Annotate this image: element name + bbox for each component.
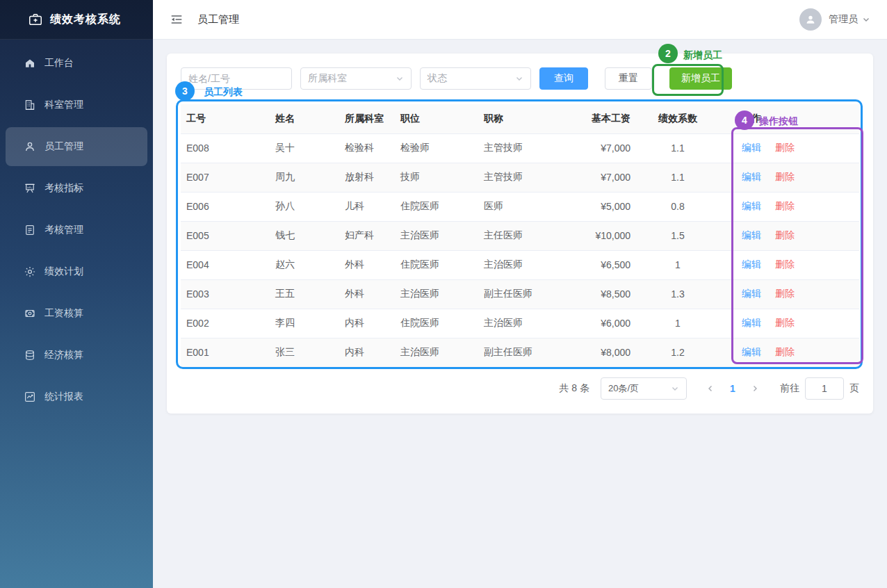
sidebar-fold-icon[interactable] — [170, 13, 184, 26]
column-header-employee-id: 工号 — [181, 104, 270, 133]
cell-employee-id: E004 — [181, 250, 270, 279]
sidebar-item-workbench[interactable]: 工作台 — [6, 44, 147, 83]
cell-coefficient: 0.8 — [636, 192, 719, 221]
cell-coefficient: 1.1 — [636, 163, 719, 192]
sidebar-item-kpi[interactable]: 考核指标 — [6, 169, 147, 208]
cell-coefficient: 1.2 — [636, 338, 719, 367]
sidebar-item-department[interactable]: 科室管理 — [6, 85, 147, 124]
sidebar-nav: 工作台 科室管理 员工管理 考核指标 考核管理 绩效计划 工资核算 经济核算 统… — [0, 40, 153, 416]
cell-base-salary: ¥8,000 — [584, 338, 636, 367]
table-row: E007 周九 放射科 技师 主管技师 ¥7,000 1.1 编辑 删除 — [181, 163, 859, 192]
cell-coefficient: 1 — [636, 309, 719, 338]
cell-employee-id: E006 — [181, 192, 270, 221]
sidebar-item-label: 统计报表 — [44, 391, 83, 403]
reset-button[interactable]: 重置 — [605, 67, 652, 90]
cell-position: 技师 — [395, 163, 478, 192]
cell-coefficient: 1.3 — [636, 279, 719, 309]
delete-link[interactable]: 删除 — [775, 346, 795, 357]
cell-name: 钱七 — [270, 221, 339, 250]
cell-department: 内科 — [339, 309, 395, 338]
chart-icon — [24, 391, 36, 403]
sidebar-item-label: 工资核算 — [44, 307, 83, 320]
cell-base-salary: ¥8,500 — [584, 279, 636, 309]
cell-name: 李四 — [270, 309, 339, 338]
employee-table: 工号 姓名 所属科室 职位 职称 基本工资 绩效系数 操作 E008 吴十 检验… — [181, 104, 859, 368]
keyword-input[interactable] — [188, 73, 284, 84]
sidebar-item-report[interactable]: 统计报表 — [6, 377, 147, 416]
goto-page-input[interactable] — [805, 377, 844, 400]
delete-link[interactable]: 删除 — [775, 259, 795, 270]
user-menu[interactable]: 管理员 — [799, 8, 870, 31]
app-title: 绩效考核系统 — [50, 13, 121, 27]
edit-link[interactable]: 编辑 — [742, 259, 761, 270]
cell-name: 赵六 — [270, 250, 339, 279]
cell-coefficient: 1.1 — [636, 133, 719, 163]
column-header-coefficient: 绩效系数 — [636, 104, 719, 133]
cell-title: 主管技师 — [478, 133, 584, 163]
employee-card: 所属科室 状态 查询 重置 新增员工 工号 姓名 所属科室 职位 职称 — [167, 54, 873, 414]
cell-base-salary: ¥7,000 — [584, 163, 636, 192]
cell-employee-id: E005 — [181, 221, 270, 250]
table-row: E004 赵六 外科 住院医师 主治医师 ¥6,500 1 编辑 删除 — [181, 250, 859, 279]
cell-department: 放射科 — [339, 163, 395, 192]
pagination-total: 共 8 条 — [559, 382, 589, 395]
cell-base-salary: ¥6,500 — [584, 250, 636, 279]
delete-link[interactable]: 删除 — [775, 142, 795, 153]
sidebar-item-label: 考核指标 — [44, 182, 83, 195]
document-icon — [24, 224, 36, 236]
edit-link[interactable]: 编辑 — [742, 288, 761, 299]
table-row: E008 吴十 检验科 检验师 主管技师 ¥7,000 1.1 编辑 删除 — [181, 133, 859, 163]
goto-label: 前往 — [780, 382, 799, 395]
table-row: E001 张三 内科 主治医师 副主任医师 ¥8,000 1.2 编辑 删除 — [181, 338, 859, 367]
database-icon — [24, 349, 36, 361]
delete-link[interactable]: 删除 — [775, 171, 795, 182]
sidebar-item-plan[interactable]: 绩效计划 — [6, 252, 147, 291]
cell-employee-id: E008 — [181, 133, 270, 163]
prev-page-icon[interactable] — [702, 384, 719, 393]
cell-employee-id: E002 — [181, 309, 270, 338]
delete-link[interactable]: 删除 — [775, 317, 795, 328]
column-header-position: 职位 — [395, 104, 478, 133]
table-row: E002 李四 内科 住院医师 主治医师 ¥6,000 1 编辑 删除 — [181, 309, 859, 338]
sidebar-item-assessment[interactable]: 考核管理 — [6, 211, 147, 250]
sidebar-item-economy[interactable]: 经济核算 — [6, 336, 147, 375]
edit-link[interactable]: 编辑 — [742, 229, 761, 240]
cell-title: 医师 — [478, 192, 584, 221]
cell-department: 外科 — [339, 279, 395, 309]
cell-base-salary: ¥7,000 — [584, 133, 636, 163]
cell-employee-id: E003 — [181, 279, 270, 309]
cell-position: 住院医师 — [395, 309, 478, 338]
user-name: 管理员 — [829, 13, 858, 26]
cell-position: 主治医师 — [395, 279, 478, 309]
cell-name: 张三 — [270, 338, 339, 367]
delete-link[interactable]: 删除 — [775, 229, 795, 240]
sidebar-item-label: 工作台 — [44, 57, 74, 70]
cell-position: 住院医师 — [395, 250, 478, 279]
edit-link[interactable]: 编辑 — [742, 317, 761, 328]
edit-link[interactable]: 编辑 — [742, 171, 761, 182]
department-select[interactable]: 所属科室 — [300, 67, 412, 90]
page-suffix-label: 页 — [849, 382, 859, 395]
edit-link[interactable]: 编辑 — [742, 200, 761, 211]
cell-name: 孙八 — [270, 192, 339, 221]
search-button[interactable]: 查询 — [539, 67, 588, 90]
page-number[interactable]: 1 — [723, 383, 742, 394]
table-row: E006 孙八 儿科 住院医师 医师 ¥5,000 0.8 编辑 删除 — [181, 192, 859, 221]
sidebar-item-salary[interactable]: 工资核算 — [6, 294, 147, 333]
sidebar: 绩效考核系统 工作台 科室管理 员工管理 考核指标 考核管理 绩效计划 工资核算… — [0, 0, 153, 588]
next-page-icon[interactable] — [747, 384, 763, 393]
edit-link[interactable]: 编辑 — [742, 346, 761, 357]
page-size-value: 20条/页 — [608, 382, 639, 395]
cell-department: 外科 — [339, 250, 395, 279]
chevron-down-icon — [515, 74, 523, 83]
edit-link[interactable]: 编辑 — [742, 142, 761, 153]
sidebar-item-employee[interactable]: 员工管理 — [6, 127, 147, 166]
status-select[interactable]: 状态 — [420, 67, 531, 90]
delete-link[interactable]: 删除 — [775, 200, 795, 211]
delete-link[interactable]: 删除 — [775, 288, 795, 299]
page-size-select[interactable]: 20条/页 — [601, 377, 687, 400]
board-icon — [24, 182, 36, 195]
column-header-name: 姓名 — [270, 104, 339, 133]
add-employee-button[interactable]: 新增员工 — [669, 67, 732, 90]
filter-bar: 所属科室 状态 查询 重置 新增员工 — [181, 67, 859, 90]
